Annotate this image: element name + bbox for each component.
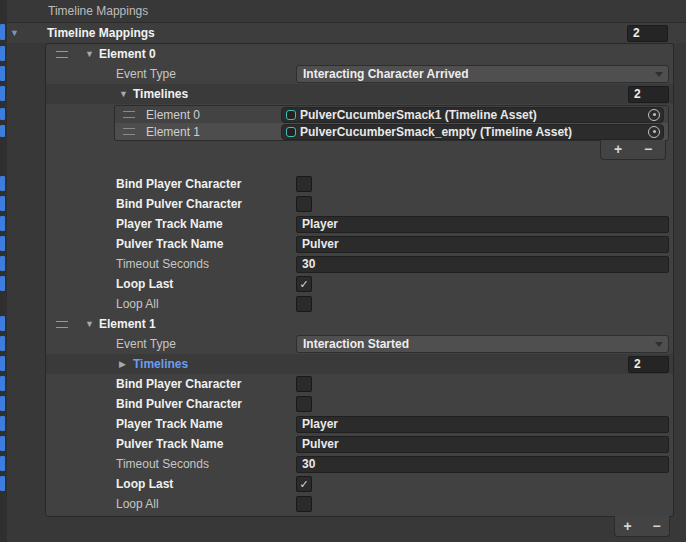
foldout-open-icon[interactable]: ▼ bbox=[85, 319, 96, 329]
foldout-open-icon[interactable]: ▼ bbox=[10, 28, 22, 38]
timeline-item-label: Element 0 bbox=[146, 108, 281, 122]
spacer bbox=[46, 160, 673, 174]
remove-element-button[interactable]: − bbox=[645, 518, 669, 535]
timelines-size-field[interactable]: 2 bbox=[628, 356, 669, 373]
drag-handle-icon[interactable] bbox=[56, 51, 68, 58]
timeout-seconds-input[interactable]: 30 bbox=[296, 456, 669, 473]
pulver-track-name-input[interactable]: Pulver bbox=[296, 436, 669, 453]
loop-all-checkbox[interactable] bbox=[296, 296, 312, 312]
drag-handle-icon[interactable] bbox=[56, 321, 68, 328]
loop-all-checkbox[interactable] bbox=[296, 496, 312, 512]
player-track-name-row: Player Track Name Player bbox=[46, 414, 673, 434]
foldout-closed-icon[interactable]: ▶ bbox=[119, 359, 130, 369]
prefab-override-marker bbox=[0, 86, 5, 101]
add-element-button[interactable]: + bbox=[616, 518, 640, 535]
bind-player-character-checkbox[interactable] bbox=[296, 176, 312, 192]
timeline-item-label: Element 1 bbox=[146, 125, 281, 139]
event-type-dropdown[interactable]: Interaction Started bbox=[296, 335, 669, 353]
loop-last-checkbox[interactable]: ✓ bbox=[296, 476, 312, 492]
element-1-header[interactable]: ▼ Element 1 bbox=[46, 314, 673, 334]
bind-pulver-character-row: Bind Pulver Character bbox=[46, 194, 673, 214]
drag-handle-icon[interactable] bbox=[123, 111, 135, 118]
event-type-row: Event Type Interaction Started bbox=[46, 334, 673, 354]
prefab-override-marker bbox=[0, 316, 5, 331]
prefab-override-marker bbox=[0, 336, 5, 351]
pulver-track-name-row: Pulver Track Name Pulver bbox=[46, 434, 673, 454]
bind-pulver-character-checkbox[interactable] bbox=[296, 196, 312, 212]
event-type-dropdown[interactable]: Interacting Character Arrived bbox=[296, 65, 669, 83]
bind-pulver-character-label: Bind Pulver Character bbox=[116, 197, 296, 211]
timeout-seconds-row: Timeout Seconds 30 bbox=[46, 254, 673, 274]
loop-last-row: Loop Last ✓ bbox=[46, 274, 673, 294]
loop-all-row: Loop All bbox=[46, 494, 673, 514]
bind-pulver-character-label: Bind Pulver Character bbox=[116, 397, 296, 411]
pulver-track-name-label: Pulver Track Name bbox=[116, 237, 296, 251]
timeline-asset-icon bbox=[286, 127, 296, 137]
object-picker-icon[interactable] bbox=[648, 109, 660, 121]
loop-last-checkbox[interactable]: ✓ bbox=[296, 276, 312, 292]
timeline-asset-object-field[interactable]: PulverCucumberSmack1 (Timeline Asset) bbox=[281, 107, 664, 123]
loop-all-row: Loop All bbox=[46, 294, 673, 314]
prefab-override-marker bbox=[0, 436, 5, 451]
timeline-mappings-header[interactable]: ▼ Timeline Mappings 2 bbox=[0, 22, 686, 43]
prefab-override-marker bbox=[0, 396, 5, 411]
bind-pulver-character-checkbox[interactable] bbox=[296, 396, 312, 412]
prefab-override-marker bbox=[0, 46, 5, 61]
remove-element-button[interactable]: − bbox=[636, 141, 660, 158]
element-0-title: Element 0 bbox=[99, 47, 156, 61]
foldout-open-icon[interactable]: ▼ bbox=[119, 89, 130, 99]
loop-last-label: Loop Last bbox=[116, 477, 296, 491]
player-track-name-input[interactable]: Player bbox=[296, 416, 669, 433]
prefab-override-marker bbox=[0, 456, 5, 471]
timelines-header-row-collapsed[interactable]: ▶ Timelines 2 bbox=[46, 354, 673, 374]
bind-pulver-character-row: Bind Pulver Character bbox=[46, 394, 673, 414]
timelines-label: Timelines bbox=[133, 357, 188, 371]
prefab-override-marker bbox=[0, 108, 5, 120]
bind-player-character-label: Bind Player Character bbox=[116, 377, 296, 391]
array-size-field[interactable]: 2 bbox=[627, 25, 668, 42]
timelines-header-row[interactable]: ▼ Timelines 2 bbox=[46, 84, 673, 104]
element-0-header[interactable]: ▼ Element 0 bbox=[46, 44, 673, 64]
pulver-track-name-input[interactable]: Pulver bbox=[296, 236, 669, 253]
loop-all-label: Loop All bbox=[116, 497, 296, 511]
timeout-seconds-label: Timeout Seconds bbox=[116, 257, 296, 271]
event-type-row: Event Type Interacting Character Arrived bbox=[46, 64, 673, 84]
event-type-value: Interacting Character Arrived bbox=[303, 67, 469, 81]
timelines-list-footer: + − bbox=[46, 140, 673, 160]
chevron-down-icon bbox=[655, 72, 663, 77]
player-track-name-input[interactable]: Player bbox=[296, 216, 669, 233]
add-element-button[interactable]: + bbox=[606, 141, 630, 158]
bind-player-character-label: Bind Player Character bbox=[116, 177, 296, 191]
script-field-label: Timeline Mappings bbox=[48, 4, 148, 18]
timeline-asset-object-field[interactable]: PulverCucumberSmack_empty (Timeline Asse… bbox=[281, 124, 664, 140]
event-type-label: Event Type bbox=[116, 67, 296, 81]
element-1-title: Element 1 bbox=[99, 317, 156, 331]
list-footer-tab: + − bbox=[600, 140, 666, 160]
timeline-mappings-title: Timeline Mappings bbox=[47, 26, 155, 40]
timeline-item-row[interactable]: Element 1 PulverCucumberSmack_empty (Tim… bbox=[115, 123, 668, 140]
timeline-item-row[interactable]: Element 0 PulverCucumberSmack1 (Timeline… bbox=[115, 106, 668, 123]
check-icon: ✓ bbox=[299, 277, 308, 291]
bind-player-character-row: Bind Player Character bbox=[46, 174, 673, 194]
event-type-label: Event Type bbox=[116, 337, 296, 351]
drag-handle-icon[interactable] bbox=[123, 128, 135, 135]
timelines-label: Timelines bbox=[133, 87, 188, 101]
script-field-row: Timeline Mappings bbox=[0, 0, 686, 22]
timeline-asset-name: PulverCucumberSmack_empty (Timeline Asse… bbox=[300, 125, 644, 139]
prefab-override-marker bbox=[0, 125, 5, 137]
loop-last-label: Loop Last bbox=[116, 277, 296, 291]
player-track-name-label: Player Track Name bbox=[116, 417, 296, 431]
prefab-override-marker bbox=[0, 416, 5, 431]
foldout-open-icon[interactable]: ▼ bbox=[85, 49, 96, 59]
bind-player-character-row: Bind Player Character bbox=[46, 374, 673, 394]
timeline-mappings-list-box: ▼ Element 0 Event Type Interacting Chara… bbox=[45, 43, 674, 517]
timeout-seconds-input[interactable]: 30 bbox=[296, 256, 669, 273]
bind-player-character-checkbox[interactable] bbox=[296, 376, 312, 392]
loop-all-label: Loop All bbox=[116, 297, 296, 311]
timelines-size-field[interactable]: 2 bbox=[628, 86, 669, 103]
prefab-override-marker bbox=[0, 66, 5, 81]
prefab-override-marker bbox=[0, 356, 5, 371]
object-picker-icon[interactable] bbox=[648, 126, 660, 138]
prefab-override-marker bbox=[0, 476, 5, 491]
timeout-seconds-row: Timeout Seconds 30 bbox=[46, 454, 673, 474]
